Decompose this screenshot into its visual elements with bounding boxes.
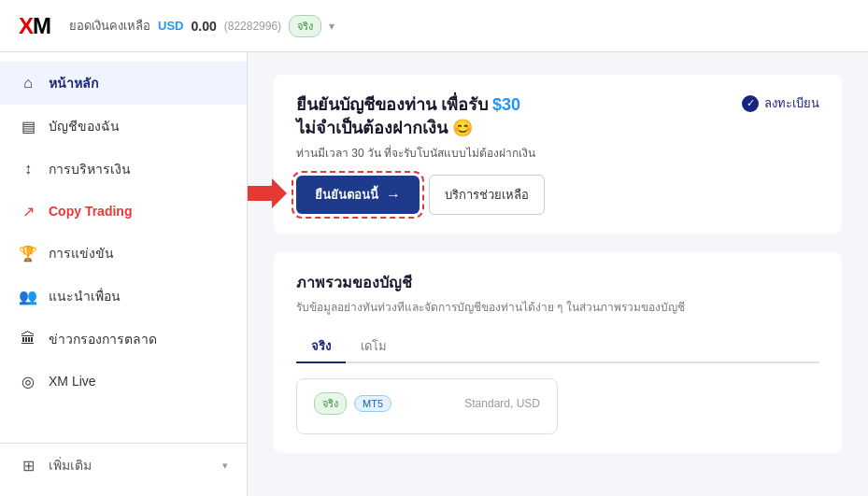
help-button-label: บริการช่วยเหลือ xyxy=(445,188,529,202)
promo-subtitle: ท่านมีเวลา 30 วัน ที่จะรับโบนัสแบบไม่ต้อ… xyxy=(296,144,545,162)
news-icon: 🏛 xyxy=(19,330,37,348)
sidebar-copy-trading-label: Copy Trading xyxy=(49,204,228,219)
balance-label: ยอดเงินคงเหลือ xyxy=(69,16,150,35)
promo-title-part2: ไม่จำเป็นต้องฝากเงิน 😊 xyxy=(296,119,473,137)
sidebar-finance-label: การบริหารเงิน xyxy=(49,159,228,179)
sidebar-item-xm-live[interactable]: ◎ XM Live xyxy=(0,361,247,402)
tab-row: จริง เดโม xyxy=(296,331,819,363)
home-icon: ⌂ xyxy=(19,74,37,92)
sidebar-home-label: หน้าหลัก xyxy=(49,73,228,93)
promo-banner: ยืนยันบัญชีของท่าน เพื่อรับ $30 ไม่จำเป็… xyxy=(274,75,842,234)
register-link[interactable]: ✓ ลงทะเบียน xyxy=(742,93,819,113)
sidebar-item-home[interactable]: ⌂ หน้าหลัก xyxy=(0,62,247,105)
logo-m: M xyxy=(33,13,50,39)
overview-title: ภาพรวมของบัญชี xyxy=(296,271,819,294)
sidebar-xm-live-label: XM Live xyxy=(49,374,228,389)
header: XM ยอดเงินคงเหลือ USD 0.00 (82282996) จร… xyxy=(0,0,868,52)
checkmark-icon: ✓ xyxy=(742,95,759,112)
more-icon: ⊞ xyxy=(19,456,37,475)
tab-real[interactable]: จริง xyxy=(296,331,346,363)
sidebar-item-accounts[interactable]: ▤ บัญชีของฉัน xyxy=(0,105,247,148)
copy-trading-icon: ↗ xyxy=(19,202,37,220)
overview-desc: รับข้อมูลอย่างทันท่วงทีและจัดการบัญชีของ… xyxy=(296,298,819,316)
sidebar-item-copy-trading[interactable]: ↗ Copy Trading xyxy=(0,191,247,232)
sidebar-news-label: ข่าวกรองการตลาด xyxy=(49,329,228,349)
promo-title-part1: ยืนยันบัญชีของท่าน เพื่อรับ xyxy=(296,95,488,114)
chevron-down-icon[interactable]: ▾ xyxy=(329,20,334,33)
xm-live-icon: ◎ xyxy=(19,372,37,390)
referral-icon: 👥 xyxy=(19,287,37,305)
sidebar-item-finance[interactable]: ↕ การบริหารเงิน xyxy=(0,148,247,191)
tab-demo-label: เดโม xyxy=(361,339,387,353)
balance-currency: USD xyxy=(158,19,183,33)
more-chevron-icon: ▾ xyxy=(222,460,228,472)
logo: XM xyxy=(19,13,50,39)
account-badge[interactable]: จริง xyxy=(289,15,321,37)
promo-left: ยืนยันบัญชีของท่าน เพื่อรับ $30 ไม่จำเป็… xyxy=(296,93,545,215)
red-arrow xyxy=(248,178,287,212)
sidebar-competition-label: การแข่งขัน xyxy=(49,243,228,263)
sidebar: ⌂ หน้าหลัก ▤ บัญชีของฉัน ↕ การบริหารเงิน… xyxy=(0,52,248,496)
mt5-badge: MT5 xyxy=(354,395,391,412)
sidebar-item-more[interactable]: ⊞ เพิ่มเติม ▾ xyxy=(0,444,247,487)
balance-account: (82282996) xyxy=(224,20,281,33)
competition-icon: 🏆 xyxy=(19,244,37,262)
accounts-icon: ▤ xyxy=(19,117,37,135)
real-badge: จริง xyxy=(314,392,347,415)
logo-x: X xyxy=(19,13,33,39)
sidebar-more-label: เพิ่มเติม xyxy=(49,455,211,475)
sidebar-item-news[interactable]: 🏛 ข่าวกรองการตลาด xyxy=(0,318,247,361)
sidebar-item-referral[interactable]: 👥 แนะนำเพื่อน xyxy=(0,275,247,318)
balance-amount: 0.00 xyxy=(191,19,216,34)
verify-button-label: ยืนยันตอนนี้ xyxy=(315,185,378,205)
promo-title: ยืนยันบัญชีของท่าน เพื่อรับ $30 ไม่จำเป็… xyxy=(296,93,545,140)
svg-marker-0 xyxy=(248,178,287,208)
account-card-top: จริง MT5 Standard, USD xyxy=(314,392,540,415)
promo-amount: $30 xyxy=(492,95,520,114)
account-card: จริง MT5 Standard, USD xyxy=(296,378,558,434)
overview-section: ภาพรวมของบัญชี รับข้อมูลอย่างทันท่วงทีแล… xyxy=(274,252,842,453)
sidebar-accounts-label: บัญชีของฉัน xyxy=(49,116,228,136)
sidebar-footer: ⊞ เพิ่มเติม ▾ xyxy=(0,443,247,487)
content: ยืนยันบัญชีของท่าน เพื่อรับ $30 ไม่จำเป็… xyxy=(248,52,868,496)
sidebar-referral-label: แนะนำเพื่อน xyxy=(49,286,228,306)
promo-buttons: ยืนยันตอนนี้ บริการช่วยเหลือ xyxy=(296,175,545,215)
sidebar-item-competition[interactable]: 🏆 การแข่งขัน xyxy=(0,232,247,275)
tab-demo[interactable]: เดโม xyxy=(346,331,402,363)
header-balance: ยอดเงินคงเหลือ USD 0.00 (82282996) จริง … xyxy=(69,15,334,37)
tab-real-label: จริง xyxy=(311,339,331,353)
finance-icon: ↕ xyxy=(19,160,37,178)
verify-button[interactable]: ยืนยันตอนนี้ xyxy=(296,176,420,214)
account-type: Standard, USD xyxy=(464,397,540,410)
register-label: ลงทะเบียน xyxy=(764,93,819,113)
main-layout: ⌂ หน้าหลัก ▤ บัญชีของฉัน ↕ การบริหารเงิน… xyxy=(0,52,868,496)
help-button[interactable]: บริการช่วยเหลือ xyxy=(429,175,545,215)
